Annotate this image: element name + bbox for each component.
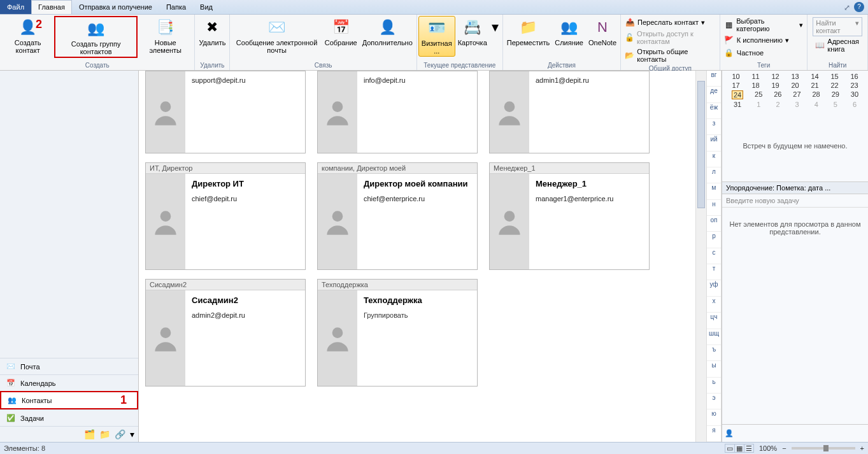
notes-icon[interactable]: 📁 [99,429,110,439]
contact-card[interactable]: info@depit.ru [317,71,478,153]
forward-contact-button[interactable]: 📤Переслать контакт▾ [622,16,718,29]
alpha-letter[interactable]: р [707,232,721,248]
calendar-day[interactable]: 11 [751,73,759,80]
calendar-day[interactable]: 5 [834,101,837,108]
calendar-day[interactable]: 19 [771,82,779,89]
nav-calendar[interactable]: 📅Календарь [0,374,138,391]
business-card-view-button[interactable]: 🪪 Визитная ... [418,16,455,57]
calendar-day[interactable]: 30 [851,90,858,99]
delete-button[interactable]: ✖ Удалить [196,16,228,48]
alpha-letter[interactable]: ий [707,135,721,151]
addressbook-button[interactable]: 📖Адресная книга [813,36,862,54]
contact-card[interactable]: ИТ, ДиректорДиректор ИТchief@depit.ru [145,162,306,270]
calendar-day[interactable]: 24 [732,90,743,99]
alpha-letter[interactable]: э [707,394,721,409]
calendar-day[interactable]: 15 [830,73,838,80]
alpha-letter[interactable]: с [707,248,721,264]
calendar-day[interactable]: 23 [850,82,858,89]
alpha-letter[interactable]: оп [707,216,721,232]
zoom-slider[interactable] [792,447,855,450]
alpha-letter[interactable]: н [707,200,721,216]
alpha-letter[interactable]: т [707,264,721,280]
view-switcher[interactable]: ▭▦☰ [725,444,754,453]
calendar-day[interactable]: 1 [757,101,760,108]
calendar-day[interactable]: 28 [813,90,820,99]
move-button[interactable]: 📁 Переместить [504,16,552,48]
calendar-day[interactable]: 2 [776,101,779,108]
alpha-letter[interactable]: к [707,152,721,167]
alpha-letter[interactable]: я [707,426,721,442]
calendar-day[interactable]: 18 [751,82,759,89]
new-contact-button[interactable]: 👤 Создать контакт [1,16,54,55]
calendar-day[interactable]: 29 [832,90,839,99]
nav-tasks[interactable]: ✅Задачи [0,409,138,426]
alpha-letter[interactable]: ю [707,409,721,425]
categorize-button[interactable]: ▦Выбрать категорию▾ [722,16,806,34]
calendar-day[interactable]: 4 [815,101,818,108]
calendar-day[interactable]: 26 [774,90,781,99]
nav-mail[interactable]: ✉️Почта [0,358,138,374]
new-items-button[interactable]: 📑 Новые элементы [138,16,193,55]
calendar-day[interactable]: 12 [771,73,779,80]
alpha-letter[interactable]: вг [707,71,721,87]
calendar-day[interactable]: 27 [793,90,800,99]
calendar-day[interactable]: 31 [734,101,741,108]
help-icon[interactable]: ? [854,2,864,12]
nav-contacts[interactable]: 👥Контакты1 [0,391,138,409]
shortcut-icon[interactable]: 🔗 [115,429,125,439]
tab-file[interactable]: Файл [0,0,31,14]
tab-sendreceive[interactable]: Отправка и получение [72,0,159,14]
tab-folder[interactable]: Папка [159,0,193,14]
mini-calendar[interactable]: 1011121314151617181920212223242526272829… [722,71,868,110]
merge-button[interactable]: 👥 Слияние [552,16,586,48]
calendar-day[interactable]: 16 [850,73,858,80]
followup-button[interactable]: 🚩К исполнению▾ [722,34,806,46]
contact-card[interactable]: ТехподдержкаТехподдержкаГруппировать [317,279,478,387]
calendar-day[interactable]: 13 [791,73,799,80]
more-button[interactable]: 👤 Дополнительно [360,16,415,48]
contact-card[interactable]: компании, Директор моейДиректор моей ком… [317,162,478,270]
calendar-day[interactable]: 6 [853,101,857,108]
email-button[interactable]: ✉️ Сообщение электронной почты [231,16,322,55]
private-button[interactable]: 🔒Частное [722,46,806,59]
task-sort-header[interactable]: Упорядочение: Пометка: дата ... [722,181,868,194]
calendar-day[interactable]: 14 [811,73,818,80]
new-contact-group-button[interactable]: 👥 Создать группу контактов [54,16,138,58]
folder-icon[interactable]: 🗂️ [84,429,95,439]
open-shared-button[interactable]: 📂Открыть общие контакты [622,46,718,64]
alpha-letter[interactable]: л [707,167,721,183]
alpha-letter[interactable]: ы [707,361,721,377]
contact-card[interactable]: admin1@depit.ru [489,71,650,153]
alpha-letter[interactable]: х [707,297,721,313]
share-contacts-button[interactable]: 🔓Открыть доступ к контактам [622,29,718,46]
alpha-letter[interactable]: ь [707,378,721,394]
zoom-out-button[interactable]: − [782,444,786,452]
card-view-button[interactable]: 📇 Карточка [455,16,490,48]
zoom-in-button[interactable]: + [860,444,864,452]
view-more-button[interactable]: ▾ [490,16,501,40]
alpha-letter[interactable]: шщ [707,329,721,345]
alpha-letter[interactable]: ъ [707,345,721,361]
calendar-day[interactable]: 17 [732,82,739,89]
tab-home[interactable]: Главная [31,0,72,14]
calendar-day[interactable]: 10 [732,73,739,80]
onenote-button[interactable]: N OneNote [586,16,619,48]
minimize-ribbon-icon[interactable]: ⤢ [844,3,850,12]
contact-card[interactable]: Сисадмин2Сисадмин2admin2@depit.ru [145,279,306,387]
calendar-day[interactable]: 3 [795,101,799,108]
alpha-letter[interactable]: де [707,87,721,103]
calendar-day[interactable]: 25 [755,90,762,99]
alpha-letter[interactable]: ёж [707,103,721,119]
people-pane[interactable]: 👤 [722,424,868,442]
meeting-button[interactable]: 📅 Собрание [322,16,360,48]
tab-view[interactable]: Вид [193,0,220,14]
alpha-letter[interactable]: з [707,119,721,135]
contact-card[interactable]: Менеджер_1Менеджер_1manager1@enterprice.… [489,162,650,270]
alpha-letter[interactable]: уф [707,280,721,296]
alpha-letter[interactable]: цч [707,313,721,329]
calendar-day[interactable]: 20 [791,82,799,89]
calendar-day[interactable]: 21 [811,82,818,89]
alpha-letter[interactable]: м [707,183,721,199]
content-scrollbar[interactable] [695,71,706,442]
contact-card[interactable]: support@depit.ru [145,71,306,153]
